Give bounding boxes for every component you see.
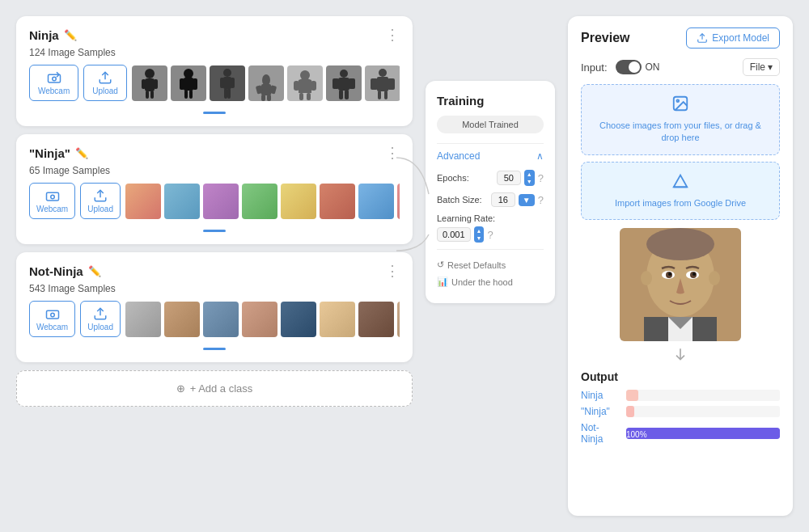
learning-rate-section: Learning Rate: 0.001 ▲ ▼ ? xyxy=(437,213,544,243)
svg-rect-30 xyxy=(299,93,303,100)
drive-zone-text: Import images from Google Drive xyxy=(591,197,769,209)
not-ninja-sample-img xyxy=(397,302,400,337)
training-card: Training Model Trained Advanced ∧ Epochs… xyxy=(426,81,555,303)
ninja-edit-icon[interactable]: ✏️ xyxy=(64,29,77,41)
upload-label: Upload xyxy=(92,87,118,95)
cosplay-sample-img xyxy=(320,184,355,219)
ninja-card: Ninja ✏️ ⋮ 124 Image Samples Webcam xyxy=(16,16,413,126)
svg-rect-11 xyxy=(180,78,184,90)
preview-image xyxy=(620,228,741,341)
svg-rect-40 xyxy=(371,78,378,90)
not-ninja-sample-img xyxy=(242,302,277,337)
file-label: File xyxy=(750,61,765,73)
not-ninja-edit-icon[interactable]: ✏️ xyxy=(88,265,101,277)
drive-zone[interactable]: Import images from Google Drive xyxy=(581,162,780,220)
output-title: Output xyxy=(581,370,780,383)
cosplay-sample-img xyxy=(358,184,394,219)
webcam-label-2: Webcam xyxy=(36,205,68,213)
export-model-btn[interactable]: Export Model xyxy=(686,27,780,49)
toggle-track[interactable] xyxy=(616,60,642,74)
ninja-class-name: Ninja xyxy=(29,28,59,42)
svg-point-57 xyxy=(709,271,720,285)
lr-spinner[interactable]: ▲ ▼ xyxy=(474,226,485,243)
epochs-spinner[interactable]: ▲ ▼ xyxy=(524,170,535,186)
batch-size-row: Batch Size: 16 ▼ ? xyxy=(437,192,544,207)
export-label: Export Model xyxy=(712,32,769,44)
output-section: Output Ninja "Ninja" Not-Ninja xyxy=(581,370,780,445)
ninja-sample-img xyxy=(210,65,245,101)
toggle-on-label: ON xyxy=(646,61,660,73)
ninja-upload-btn[interactable]: Upload xyxy=(83,65,127,101)
svg-rect-39 xyxy=(377,77,388,91)
svg-point-1 xyxy=(52,77,56,81)
not-ninja-webcam-btn[interactable]: Webcam xyxy=(29,301,75,337)
svg-point-56 xyxy=(641,271,652,285)
batch-size-label: Batch Size: xyxy=(437,195,488,205)
reset-icon: ↺ xyxy=(437,260,444,270)
not-ninja-sample-count: 543 Image Samples xyxy=(29,283,400,294)
ninja-cosplay-upload-btn[interactable]: Upload xyxy=(80,183,121,219)
ninja-cosplay-samples-row: Webcam Upload xyxy=(29,183,400,219)
svg-rect-41 xyxy=(388,78,395,90)
svg-rect-7 xyxy=(146,91,149,99)
not-ninja-samples-row: Webcam Upload xyxy=(29,301,400,337)
not-ninja-sample-img xyxy=(320,302,355,337)
svg-rect-19 xyxy=(224,88,227,99)
input-row: Input: ON File ▾ xyxy=(581,58,780,76)
ninja-webcam-btn[interactable]: Webcam xyxy=(29,65,78,101)
output-bar-ninja2-container xyxy=(626,406,780,417)
ninja-cosplay-class-name: "Ninja" xyxy=(29,146,70,160)
not-ninja-card: Not-Ninja ✏️ ⋮ 543 Image Samples Webcam xyxy=(16,252,413,362)
hood-icon: 📊 xyxy=(437,277,448,287)
svg-rect-36 xyxy=(339,90,343,99)
svg-rect-26 xyxy=(267,95,271,101)
training-panel: Training Model Trained Advanced ∧ Epochs… xyxy=(426,16,555,516)
file-select[interactable]: File ▾ xyxy=(743,58,780,76)
not-ninja-sample-img xyxy=(203,302,239,337)
reset-label: Reset Defaults xyxy=(447,260,506,270)
svg-point-45 xyxy=(50,195,54,199)
ninja-cosplay-webcam-btn[interactable]: Webcam xyxy=(29,183,75,219)
svg-point-3 xyxy=(145,69,155,78)
output-row-not-ninja: Not-Ninja 100% xyxy=(581,422,780,445)
svg-rect-34 xyxy=(332,78,339,89)
toggle-knob xyxy=(629,61,640,73)
epochs-help-icon[interactable]: ? xyxy=(538,172,544,184)
add-class-label: + Add a class xyxy=(190,382,253,395)
input-toggle[interactable]: ON xyxy=(616,60,660,74)
svg-rect-6 xyxy=(154,79,158,89)
reset-defaults-btn[interactable]: ↺ Reset Defaults xyxy=(437,256,544,273)
svg-rect-10 xyxy=(184,78,193,91)
training-title: Training xyxy=(437,94,544,108)
cosplay-sample-img xyxy=(281,184,316,219)
output-label-ninja: Ninja xyxy=(581,390,620,401)
svg-rect-18 xyxy=(231,78,235,88)
ninja-cosplay-more-icon[interactable]: ⋮ xyxy=(385,146,400,160)
svg-point-21 xyxy=(262,74,270,86)
ninja-cosplay-edit-icon[interactable]: ✏️ xyxy=(75,147,88,159)
lr-help-icon[interactable]: ? xyxy=(487,229,493,241)
epochs-row: Epochs: 50 ▲ ▼ ? xyxy=(437,170,544,186)
add-class-button[interactable]: ⊕ + Add a class xyxy=(16,370,413,407)
ninja-title-group: Ninja ✏️ xyxy=(29,28,77,42)
ninja-scroll-indicator xyxy=(29,104,400,116)
not-ninja-more-icon[interactable]: ⋮ xyxy=(385,264,400,278)
output-bar-not-value: 100% xyxy=(626,430,650,439)
not-ninja-upload-btn[interactable]: Upload xyxy=(80,301,121,337)
output-bar-ninja-container xyxy=(626,390,780,401)
ninja-more-icon[interactable]: ⋮ xyxy=(385,27,400,42)
batch-size-help-icon[interactable]: ? xyxy=(538,194,544,206)
webcam-label: Webcam xyxy=(38,87,70,95)
advanced-toggle[interactable]: Advanced ∧ xyxy=(437,150,544,162)
preview-panel: Preview Export Model Input: ON xyxy=(568,16,793,516)
cosplay-scroll-indicator xyxy=(29,222,400,234)
epochs-label: Epochs: xyxy=(437,173,493,183)
upload-label-3: Upload xyxy=(87,323,113,331)
output-bar-not-container: 100% xyxy=(626,428,780,439)
under-hood-btn[interactable]: 📊 Under the hood xyxy=(437,273,544,290)
svg-point-9 xyxy=(184,69,193,78)
upload-zone[interactable]: Choose images from your files, or drag &… xyxy=(581,84,780,155)
ninja-sample-img xyxy=(287,65,323,101)
svg-point-55 xyxy=(646,228,714,260)
batch-size-select[interactable]: ▼ xyxy=(519,194,535,206)
